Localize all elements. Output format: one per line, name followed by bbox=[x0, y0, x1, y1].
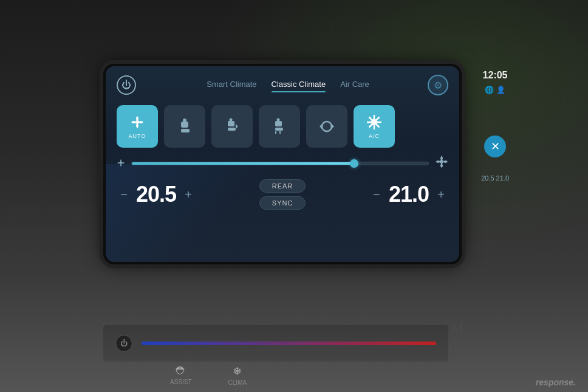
main-screen: ⏻ Smart Climate Classic Climate Air Care… bbox=[106, 66, 459, 262]
svg-rect-4 bbox=[228, 121, 234, 126]
clock-display: 12:05 bbox=[483, 70, 508, 81]
close-icon: ✕ bbox=[491, 140, 500, 153]
svg-rect-1 bbox=[181, 122, 188, 128]
fan-speed-row bbox=[106, 153, 459, 174]
outer-frame: ⏻ Smart Climate Classic Climate Air Care… bbox=[0, 0, 588, 392]
tab-classic-climate[interactable]: Classic Climate bbox=[272, 80, 326, 91]
temp-left-value: 20.5 bbox=[136, 182, 176, 207]
temp-left-control: − 20.5 + bbox=[117, 182, 196, 207]
response-watermark: response. bbox=[536, 377, 576, 387]
ac-icon bbox=[366, 114, 383, 131]
seat-heat-front-button[interactable] bbox=[164, 105, 205, 148]
user-icon: 👤 bbox=[496, 86, 505, 94]
power-button[interactable]: ⏻ bbox=[117, 75, 136, 95]
assist-icon-group[interactable]: ⛑ ASSIST bbox=[170, 365, 192, 386]
seat-front-icon bbox=[176, 118, 193, 135]
assist-label: ASSIST bbox=[170, 379, 192, 385]
svg-rect-2 bbox=[181, 129, 190, 132]
svg-point-3 bbox=[183, 119, 186, 122]
fan-speed-fill bbox=[132, 162, 354, 165]
ac-button[interactable]: A/C bbox=[354, 105, 395, 148]
fan-speed-thumb[interactable] bbox=[350, 159, 358, 168]
settings-icon: ⚙ bbox=[434, 80, 442, 91]
status-icons: 🌐 👤 bbox=[485, 86, 505, 94]
tab-air-care[interactable]: Air Care bbox=[340, 80, 369, 91]
temp-right-plus[interactable]: + bbox=[434, 188, 448, 202]
settings-button[interactable]: ⚙ bbox=[428, 75, 448, 95]
sync-button[interactable]: SYNC bbox=[259, 196, 306, 210]
tab-smart-climate[interactable]: Smart Climate bbox=[207, 80, 256, 91]
signal-icon: 🌐 bbox=[485, 86, 494, 94]
svg-marker-10 bbox=[332, 124, 334, 129]
temp-display-small: 20.5 21.0 bbox=[481, 174, 509, 182]
temperature-bar-indicator bbox=[142, 342, 436, 345]
svg-point-6 bbox=[230, 119, 233, 122]
temp-right-control: − 21.0 + bbox=[369, 182, 448, 207]
svg-rect-8 bbox=[275, 128, 283, 131]
clima-icon: ❄ bbox=[233, 365, 242, 378]
fan-high-icon bbox=[435, 155, 448, 172]
close-button[interactable]: ✕ bbox=[484, 136, 506, 157]
screen-bezel: ⏻ Smart Climate Classic Climate Air Care… bbox=[103, 64, 462, 264]
screen-header: ⏻ Smart Climate Classic Climate Air Care… bbox=[106, 66, 459, 100]
seat-heat-pass-button[interactable] bbox=[259, 105, 300, 148]
tab-bar: Smart Climate Classic Climate Air Care bbox=[148, 80, 428, 91]
seat-driver-icon bbox=[224, 118, 241, 135]
svg-marker-11 bbox=[320, 124, 322, 129]
recirculate-button[interactable] bbox=[306, 105, 347, 148]
recirculate-icon bbox=[318, 118, 335, 135]
ac-label: A/C bbox=[369, 133, 380, 139]
fan-icon bbox=[129, 114, 146, 131]
auto-label: AUTO bbox=[129, 133, 146, 139]
seat-heat-driver-button[interactable] bbox=[211, 105, 253, 148]
svg-rect-7 bbox=[275, 121, 282, 126]
auto-fan-button[interactable]: AUTO bbox=[117, 105, 158, 148]
temperature-row: − 20.5 + REAR SYNC − 21.0 + bbox=[106, 174, 459, 212]
temp-left-minus[interactable]: − bbox=[117, 188, 131, 202]
clima-label: CLIMA bbox=[228, 379, 247, 386]
clima-icon-group[interactable]: ❄ CLIMA bbox=[228, 365, 247, 386]
right-status-panel: 12:05 🌐 👤 ✕ 20.5 21.0 bbox=[481, 70, 509, 182]
control-buttons-row: AUTO bbox=[106, 100, 459, 153]
power-physical-button[interactable]: ⏻ bbox=[115, 335, 132, 352]
fan-speed-slider[interactable] bbox=[131, 162, 429, 165]
rear-button[interactable]: REAR bbox=[259, 179, 306, 193]
temp-right-value: 21.0 bbox=[389, 182, 429, 207]
rear-sync-column: REAR SYNC bbox=[196, 179, 369, 210]
power-icon: ⏻ bbox=[121, 80, 131, 91]
fan-low-icon bbox=[117, 159, 125, 169]
bottom-physical-controls: ⏻ bbox=[103, 325, 448, 362]
temp-right-minus[interactable]: − bbox=[369, 188, 384, 202]
svg-rect-5 bbox=[228, 128, 236, 131]
seat-pass-icon bbox=[271, 118, 288, 135]
temp-left-plus[interactable]: + bbox=[181, 188, 196, 202]
bottom-icon-row: ⛑ ASSIST ❄ CLIMA bbox=[170, 365, 247, 386]
svg-point-9 bbox=[277, 119, 280, 122]
assist-icon: ⛑ bbox=[176, 365, 186, 377]
